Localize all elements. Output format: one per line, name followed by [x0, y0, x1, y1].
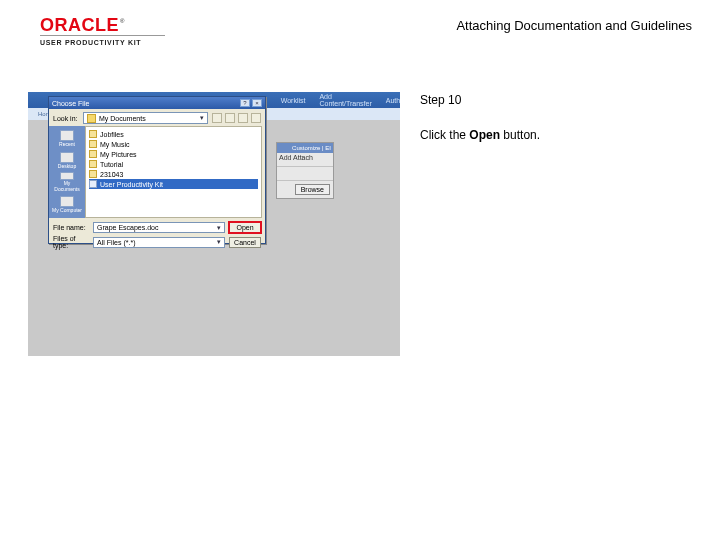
filetype-label: Files of type:: [53, 235, 89, 249]
instruction-prefix: Click the: [420, 128, 469, 142]
lookin-select[interactable]: My Documents ▾: [83, 112, 208, 124]
attach-panel: Customize | EI Add Attach Browse: [276, 142, 334, 199]
file-list[interactable]: Jobfiles My Music My Pictures Tutorial 2…: [85, 126, 262, 218]
instruction-text: Click the Open button.: [420, 127, 680, 144]
filetype-select[interactable]: All Files (*.*)▾: [93, 237, 225, 248]
folder-icon: [89, 130, 97, 138]
instruction-suffix: button.: [500, 128, 540, 142]
views-icon[interactable]: [251, 113, 261, 123]
list-item: User Productivity Kit: [89, 179, 258, 189]
menu-item: Author/Preview: [386, 97, 400, 104]
dialog-toolbar: [212, 113, 261, 123]
filename-input[interactable]: Grape Escapes.doc▾: [93, 222, 225, 233]
dialog-titlebar: Choose File ? ×: [49, 97, 265, 109]
trademark: ®: [120, 18, 125, 24]
place-mycomputer[interactable]: My Computer: [52, 194, 82, 214]
back-icon[interactable]: [212, 113, 222, 123]
newfolder-icon[interactable]: [238, 113, 248, 123]
menu-item: Add Content/Transfer: [319, 93, 371, 107]
step-label: Step 10: [420, 92, 680, 109]
list-item: My Pictures: [89, 149, 258, 159]
up-icon[interactable]: [225, 113, 235, 123]
lookin-value: My Documents: [99, 115, 146, 122]
chevron-down-icon: ▾: [217, 224, 221, 232]
list-item: My Music: [89, 139, 258, 149]
screenshot-preview: Home Worklist Add Content/Transfer Autho…: [28, 92, 400, 356]
lookin-label: Look in:: [53, 115, 79, 122]
file-dialog: Choose File ? × Look in: My Documents ▾: [48, 96, 266, 244]
browse-button[interactable]: Browse: [295, 184, 330, 195]
instruction-bold: Open: [469, 128, 500, 142]
brand-logo: ORACLE® USER PRODUCTIVITY KIT: [40, 16, 165, 46]
places-bar: Recent Desktop My Documents My Computer: [49, 126, 85, 218]
filename-label: File name:: [53, 224, 89, 231]
folder-icon: [89, 140, 97, 148]
brand-name: ORACLE: [40, 15, 119, 35]
place-recent[interactable]: Recent: [52, 128, 82, 148]
chevron-down-icon: ▾: [217, 238, 221, 246]
folder-icon: [87, 114, 96, 123]
attach-panel-row: Add Attach: [277, 153, 333, 167]
help-icon[interactable]: ?: [240, 99, 250, 107]
list-item: 231043: [89, 169, 258, 179]
folder-icon: [89, 170, 97, 178]
open-button[interactable]: Open: [229, 222, 261, 233]
page-title: Attaching Documentation and Guidelines: [456, 16, 692, 33]
menu-item: Worklist: [281, 97, 306, 104]
place-mydocs[interactable]: My Documents: [52, 172, 82, 192]
cancel-button[interactable]: Cancel: [229, 237, 261, 248]
document-icon: [89, 180, 97, 188]
list-item: Jobfiles: [89, 129, 258, 139]
folder-icon: [89, 160, 97, 168]
close-icon[interactable]: ×: [252, 99, 262, 107]
list-item: Tutorial: [89, 159, 258, 169]
place-desktop[interactable]: Desktop: [52, 150, 82, 170]
attach-panel-header: Customize | EI: [277, 143, 333, 153]
dialog-title: Choose File: [52, 100, 89, 107]
chevron-down-icon: ▾: [200, 114, 204, 122]
folder-icon: [89, 150, 97, 158]
brand-subtitle: USER PRODUCTIVITY KIT: [40, 39, 165, 46]
